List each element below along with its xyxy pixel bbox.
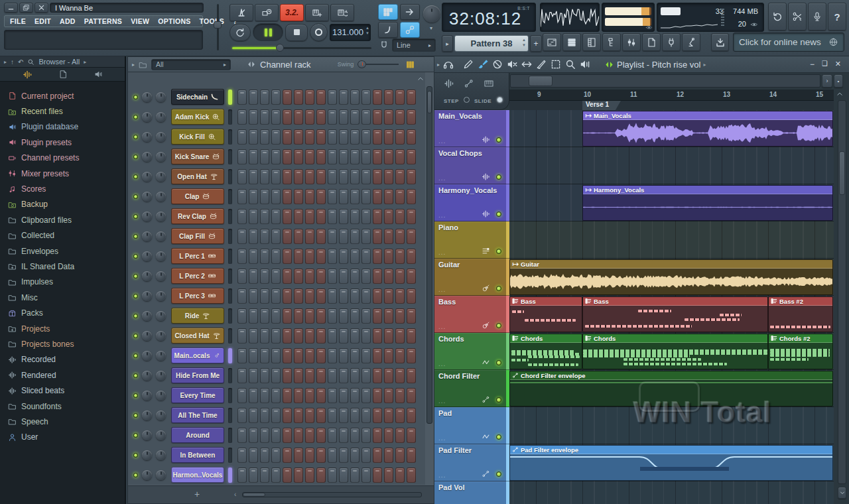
step-cell[interactable] — [384, 109, 393, 125]
step-cell[interactable] — [395, 388, 405, 403]
channel-button-in-between[interactable]: In Between — [171, 447, 224, 463]
track-lane-pad[interactable] — [509, 407, 834, 444]
menu-item-patterns[interactable]: PATTERNS — [84, 17, 122, 25]
browser-item-channel-presets[interactable]: Channel presets — [0, 151, 125, 166]
clip-main-vocals[interactable]: ↦Main_Vocals — [582, 111, 833, 147]
channel-button-around[interactable]: Around — [171, 427, 224, 443]
clip-chords[interactable]: Chords — [582, 334, 768, 369]
step-cell[interactable] — [328, 209, 337, 224]
step-cell[interactable] — [260, 428, 269, 443]
pan-knob[interactable] — [142, 172, 152, 182]
step-cell[interactable] — [237, 169, 247, 184]
volume-knob[interactable] — [156, 231, 166, 241]
track-lane-chord-filter[interactable]: Chord Filter envelope — [509, 370, 834, 407]
step-cell[interactable] — [237, 149, 247, 164]
zigzag-icon[interactable] — [482, 432, 490, 441]
step-cell[interactable] — [384, 408, 393, 423]
step-cell[interactable] — [249, 348, 258, 363]
volume-knob[interactable] — [156, 291, 166, 301]
channel-select-indicator[interactable] — [228, 109, 232, 125]
step-cell[interactable] — [249, 169, 258, 184]
eye-icon[interactable] — [645, 24, 653, 31]
step-cell[interactable] — [361, 348, 371, 363]
automation-icon[interactable] — [482, 395, 490, 404]
step-cell[interactable] — [384, 229, 393, 244]
step-cell[interactable] — [305, 209, 314, 224]
step-cell[interactable] — [350, 288, 359, 304]
step-cell[interactable] — [316, 468, 326, 483]
pattern-selector[interactable]: Pattern 38 ▲▼ — [454, 35, 529, 52]
step-cell[interactable] — [249, 249, 258, 264]
step-cell[interactable] — [395, 249, 405, 264]
browser-item-projects[interactable]: Projects — [0, 321, 125, 336]
metronome-button[interactable] — [229, 4, 253, 21]
window-close-button[interactable] — [34, 3, 48, 13]
step-cell[interactable] — [395, 288, 405, 304]
step-cell[interactable] — [328, 229, 337, 244]
song-mode-button[interactable] — [400, 4, 420, 20]
track-led[interactable] — [496, 360, 501, 365]
knob-dropdown-icon[interactable]: ▾ — [430, 25, 432, 31]
channel-button-hide-from-me[interactable]: Hide From Me — [171, 367, 224, 383]
channel-select-indicator[interactable] — [228, 388, 232, 403]
step-cell[interactable] — [395, 149, 405, 164]
step-cell[interactable] — [283, 229, 292, 244]
step-cell[interactable] — [305, 109, 314, 125]
step-cell[interactable] — [249, 189, 258, 204]
step-cell[interactable] — [361, 129, 371, 145]
step-cell[interactable] — [271, 368, 281, 383]
step-cell[interactable] — [373, 229, 382, 244]
track-lane-pad-filter[interactable]: Pad Filter envelope — [509, 444, 834, 481]
step-cell[interactable] — [373, 189, 382, 204]
step-cell[interactable] — [237, 209, 247, 224]
step-cell[interactable] — [373, 368, 382, 383]
step-cell[interactable] — [249, 269, 258, 284]
step-cell[interactable] — [294, 109, 303, 125]
browser-item-impulses[interactable]: Impulses — [0, 275, 125, 290]
channel-select-indicator[interactable] — [228, 129, 232, 145]
step-cell[interactable] — [361, 149, 371, 164]
step-cell[interactable] — [384, 428, 393, 443]
track-options-dots[interactable]: ... — [438, 212, 446, 219]
step-cell[interactable] — [361, 308, 371, 324]
step-cell[interactable] — [316, 448, 326, 463]
step-cell[interactable] — [260, 388, 269, 403]
step-cell[interactable] — [249, 308, 258, 324]
step-cell[interactable] — [384, 308, 393, 324]
channel-button-l-perc-1[interactable]: L Perc 1 — [171, 248, 224, 264]
step-cell[interactable] — [294, 249, 303, 264]
track-options-dots[interactable]: ... — [438, 174, 446, 182]
step-cell[interactable] — [361, 109, 371, 125]
step-cell[interactable] — [361, 249, 371, 264]
step-cell[interactable] — [316, 348, 326, 363]
step-cell[interactable] — [384, 269, 393, 284]
step-cell[interactable] — [407, 368, 416, 383]
track-header-harmony-vocals[interactable]: Harmony_Vocals... — [434, 184, 506, 221]
track-led[interactable] — [496, 174, 501, 180]
slide-toggle[interactable] — [497, 97, 503, 103]
step-cell[interactable] — [373, 408, 382, 423]
playlist-scroll-up-icon[interactable] — [836, 91, 844, 97]
step-cell[interactable] — [316, 109, 326, 125]
step-cell[interactable] — [373, 288, 382, 304]
volume-knob[interactable] — [156, 271, 166, 281]
step-cell[interactable] — [305, 149, 314, 164]
step-cell[interactable] — [350, 149, 359, 164]
menu-item-edit[interactable]: EDIT — [34, 17, 51, 25]
piano-roll-toggle-button[interactable] — [582, 33, 601, 51]
step-cell[interactable] — [237, 368, 247, 383]
step-cell[interactable] — [339, 209, 348, 224]
track-header-pad-filter[interactable]: Pad Filter... — [434, 444, 506, 481]
step-cell[interactable] — [305, 408, 314, 423]
graph-editor-icon[interactable] — [405, 60, 415, 69]
step-cell[interactable] — [260, 448, 269, 463]
step-cell[interactable] — [283, 129, 292, 145]
step-cell[interactable] — [395, 368, 405, 383]
step-cell[interactable] — [407, 229, 416, 244]
pattern-add-button[interactable]: + — [530, 35, 542, 52]
clip-bass[interactable]: Bass — [582, 296, 768, 332]
step-cell[interactable] — [328, 388, 337, 403]
step-cell[interactable] — [249, 129, 258, 145]
channel-select-indicator[interactable] — [228, 348, 232, 363]
step-cell[interactable] — [407, 388, 416, 403]
